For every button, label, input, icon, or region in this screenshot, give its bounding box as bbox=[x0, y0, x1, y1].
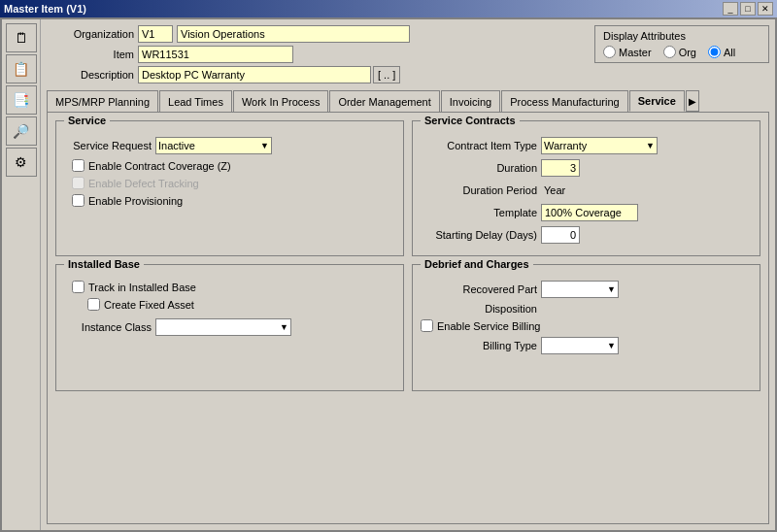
radio-master[interactable]: Master bbox=[603, 46, 652, 58]
toolbar-btn-5[interactable]: ⚙ bbox=[6, 148, 37, 177]
service-contracts-title: Service Contracts bbox=[421, 115, 520, 126]
tab-process-manufacturing[interactable]: Process Manufacturing bbox=[501, 90, 628, 112]
billing-type-arrow: ▼ bbox=[607, 341, 616, 350]
panels-container: Service Service Request Inactive ▼ bbox=[55, 120, 760, 391]
tabs-bar: MPS/MRP Planning Lead Times Work In Proc… bbox=[47, 90, 769, 112]
toolbar-btn-4[interactable]: 🔎 bbox=[6, 116, 37, 146]
toolbar-btn-2[interactable]: 📋 bbox=[6, 54, 37, 83]
display-attrs-radios: Master Org All bbox=[603, 46, 760, 58]
disposition-label: Disposition bbox=[421, 303, 537, 315]
main-window: 🗒 📋 📑 🔎 ⚙ Organization Item Description bbox=[0, 17, 777, 532]
debrief-title: Debrief and Charges bbox=[421, 258, 533, 270]
tab-invoicing[interactable]: Invoicing bbox=[441, 90, 500, 112]
duration-label: Duration bbox=[421, 162, 537, 174]
installed-base-content: Track in Installed Base Create Fixed Ass… bbox=[64, 273, 395, 336]
tab-lead-times[interactable]: Lead Times bbox=[159, 90, 232, 112]
billing-type-row: Billing Type ▼ bbox=[421, 337, 752, 354]
duration-period-value: Year bbox=[541, 182, 568, 199]
item-input[interactable] bbox=[138, 46, 293, 63]
service-panel-content: Service Request Inactive ▼ Enable Contra… bbox=[64, 129, 395, 207]
minimize-button[interactable]: _ bbox=[723, 2, 738, 16]
instance-class-label: Instance Class bbox=[64, 321, 152, 333]
maximize-button[interactable]: □ bbox=[740, 2, 756, 16]
enable-contract-coverage-row[interactable]: Enable Contract Coverage (Z) bbox=[72, 159, 395, 172]
service-request-label: Service Request bbox=[64, 140, 152, 151]
window-controls[interactable]: _ □ ✕ bbox=[723, 2, 773, 16]
contract-item-type-dropdown[interactable]: Warranty ▼ bbox=[541, 137, 658, 154]
template-row: Template bbox=[421, 204, 752, 221]
template-label: Template bbox=[421, 207, 537, 218]
service-panel: Service Service Request Inactive ▼ bbox=[55, 120, 404, 256]
starting-delay-input[interactable] bbox=[541, 226, 580, 244]
org-label: Organization bbox=[47, 28, 134, 40]
instance-class-arrow: ▼ bbox=[280, 322, 288, 332]
tab-order-management[interactable]: Order Management bbox=[329, 90, 439, 112]
create-fixed-asset-row[interactable]: Create Fixed Asset bbox=[87, 298, 395, 311]
installed-base-panel: Installed Base Track in Installed Base C… bbox=[55, 264, 404, 391]
instance-class-dropdown[interactable]: ▼ bbox=[155, 318, 291, 336]
window-title: Master Item (V1) bbox=[4, 3, 86, 15]
recovered-part-dropdown[interactable]: ▼ bbox=[541, 281, 619, 298]
enable-service-billing-checkbox[interactable] bbox=[421, 319, 433, 332]
installed-base-title: Installed Base bbox=[64, 258, 144, 270]
close-button[interactable]: ✕ bbox=[758, 2, 773, 16]
debrief-panel: Debrief and Charges Recovered Part ▼ Di bbox=[412, 264, 760, 391]
create-fixed-asset-checkbox[interactable] bbox=[87, 298, 100, 311]
track-installed-base-row[interactable]: Track in Installed Base bbox=[72, 281, 395, 293]
enable-provisioning-row[interactable]: Enable Provisioning bbox=[72, 194, 395, 207]
desc-button[interactable]: [ .. ] bbox=[373, 66, 400, 83]
service-request-dropdown[interactable]: Inactive ▼ bbox=[155, 137, 272, 154]
enable-defect-tracking-row: Enable Defect Tracking bbox=[72, 177, 395, 189]
duration-input[interactable] bbox=[541, 159, 580, 177]
tab-scroll-right[interactable]: ▶ bbox=[686, 90, 699, 112]
recovered-part-label: Recovered Part bbox=[421, 283, 537, 295]
billing-type-label: Billing Type bbox=[421, 340, 537, 351]
content-area: Organization Item Description [ .. ] Dis… bbox=[41, 19, 775, 530]
tab-work-in-process[interactable]: Work In Process bbox=[233, 90, 329, 112]
title-bar: Master Item (V1) _ □ ✕ bbox=[0, 0, 777, 17]
item-row: Item bbox=[47, 46, 587, 63]
org-code-input[interactable] bbox=[138, 25, 173, 43]
debrief-content: Recovered Part ▼ Disposition bbox=[421, 273, 752, 354]
header-section: Organization Item Description [ .. ] Dis… bbox=[47, 25, 769, 86]
duration-period-row: Duration Period Year bbox=[421, 182, 752, 199]
tab-mps-mrp[interactable]: MPS/MRP Planning bbox=[47, 90, 158, 112]
enable-service-billing-row[interactable]: Enable Service Billing bbox=[421, 319, 752, 332]
enable-contract-coverage-checkbox[interactable] bbox=[72, 159, 84, 172]
contract-item-type-row: Contract Item Type Warranty ▼ bbox=[421, 137, 752, 154]
display-attrs-title: Display Attributes bbox=[603, 30, 760, 42]
enable-provisioning-checkbox[interactable] bbox=[72, 194, 84, 207]
left-toolbar: 🗒 📋 📑 🔎 ⚙ bbox=[2, 19, 41, 530]
contract-type-arrow: ▼ bbox=[646, 141, 655, 150]
service-panel-title: Service bbox=[64, 115, 110, 126]
duration-period-label: Duration Period bbox=[421, 184, 537, 196]
instance-class-row: Instance Class ▼ bbox=[64, 318, 395, 336]
recovered-part-row: Recovered Part ▼ bbox=[421, 281, 752, 298]
item-label: Item bbox=[47, 49, 134, 60]
service-contracts-content: Contract Item Type Warranty ▼ Duration bbox=[421, 129, 752, 244]
tab-service[interactable]: Service bbox=[629, 90, 685, 112]
template-input[interactable] bbox=[541, 204, 638, 221]
radio-all[interactable]: All bbox=[708, 46, 735, 58]
track-installed-base-checkbox[interactable] bbox=[72, 281, 84, 293]
disposition-row: Disposition bbox=[421, 303, 752, 315]
tab-content: Service Service Request Inactive ▼ bbox=[47, 112, 769, 524]
org-name-input[interactable] bbox=[177, 25, 410, 43]
radio-org[interactable]: Org bbox=[663, 46, 696, 58]
left-panels: Service Service Request Inactive ▼ bbox=[55, 120, 404, 391]
recovered-part-arrow: ▼ bbox=[607, 284, 616, 294]
form-fields: Organization Item Description [ .. ] bbox=[47, 25, 587, 86]
toolbar-btn-1[interactable]: 🗒 bbox=[6, 23, 37, 52]
service-request-arrow: ▼ bbox=[260, 141, 269, 150]
display-attrs-box: Display Attributes Master Org All bbox=[594, 25, 769, 63]
desc-label: Description bbox=[47, 69, 134, 81]
org-row: Organization bbox=[47, 25, 587, 43]
desc-row: Description [ .. ] bbox=[47, 66, 587, 83]
contract-item-type-label: Contract Item Type bbox=[421, 140, 537, 151]
right-panels: Service Contracts Contract Item Type War… bbox=[412, 120, 760, 391]
billing-type-dropdown[interactable]: ▼ bbox=[541, 337, 619, 354]
starting-delay-row: Starting Delay (Days) bbox=[421, 226, 752, 244]
toolbar-btn-3[interactable]: 📑 bbox=[6, 85, 37, 115]
desc-input[interactable] bbox=[138, 66, 371, 83]
starting-delay-label: Starting Delay (Days) bbox=[421, 229, 537, 241]
